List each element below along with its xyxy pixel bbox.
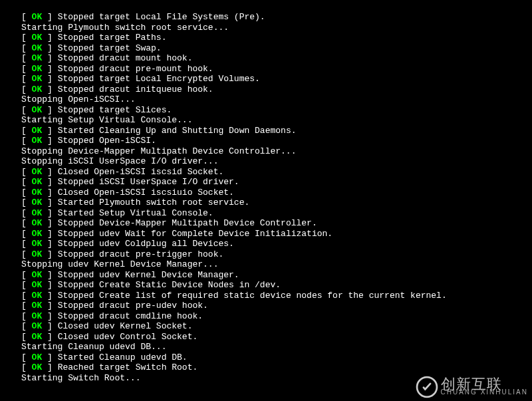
bracket-open: [: [21, 249, 32, 259]
console-line: Starting Cleanup udevd DB...: [21, 342, 532, 352]
log-message: Stopped dracut initqueue hook.: [58, 84, 213, 94]
console-line: [ OK ] Stopped dracut pre-udev hook.: [21, 301, 532, 311]
log-message: Stopping Device-Mapper Multipath Device …: [21, 146, 296, 156]
console-line: [ OK ] Stopped target Local Encrypted Vo…: [21, 74, 532, 84]
log-message: Stopping iSCSI UserSpace I/O driver...: [21, 156, 218, 166]
bracket-close: ]: [42, 33, 57, 43]
bracket-open: [: [21, 208, 32, 218]
bracket-open: [: [21, 362, 32, 372]
console-line: [ OK ] Started Plymouth switch root serv…: [21, 198, 532, 208]
console-line: [ OK ] Closed udev Kernel Socket.: [21, 321, 532, 332]
bracket-close: ]: [42, 198, 57, 207]
console-line: [ OK ] Stopped dracut pre-trigger hook.: [21, 249, 532, 260]
bracket-close: ]: [42, 167, 57, 177]
log-message: Reached target Switch Root.: [58, 362, 198, 372]
status-ok: OK: [32, 229, 43, 239]
log-message: Started Setup Virtual Console.: [58, 208, 213, 218]
console-line: [ OK ] Stopped udev Coldplug all Devices…: [21, 239, 532, 249]
log-message: Stopped target Swap.: [58, 43, 162, 53]
console-line: [ OK ] Stopped udev Kernel Device Manage…: [21, 270, 532, 281]
console-line: [ OK ] Stopped dracut pre-mount hook.: [21, 64, 532, 74]
status-ok: OK: [32, 188, 43, 198]
bracket-open: [: [21, 321, 32, 331]
status-ok: OK: [32, 208, 43, 218]
log-message: Closed udev Control Socket.: [58, 332, 198, 342]
log-message: Starting Setup Virtual Console...: [21, 115, 192, 125]
status-ok: OK: [32, 362, 43, 372]
console-line: [ OK ] Stopped Device-Mapper Multipath D…: [21, 218, 532, 229]
status-ok: OK: [32, 301, 43, 311]
bracket-close: ]: [42, 239, 57, 249]
log-message: Stopped dracut pre-trigger hook.: [58, 249, 224, 259]
log-message: Stopped Open-iSCSI.: [58, 136, 156, 146]
console-line: [ OK ] Started Cleaning Up and Shutting …: [21, 126, 532, 136]
log-message: Started Plymouth switch root service.: [58, 198, 250, 207]
bracket-open: [: [21, 74, 32, 84]
bracket-open: [: [21, 229, 32, 239]
watermark-icon: [416, 376, 438, 398]
console-line: [ OK ] Closed Open-iSCSI iscsid Socket.: [21, 167, 532, 178]
console-line: [ OK ] Stopped target Slices.: [21, 105, 532, 116]
bracket-close: ]: [42, 74, 57, 84]
status-ok: OK: [32, 64, 43, 74]
bracket-open: [: [21, 239, 32, 249]
log-message: Starting Cleanup udevd DB...: [21, 342, 166, 352]
console-line: [ OK ] Stopped Create Static Device Node…: [21, 280, 532, 291]
status-ok: OK: [32, 84, 43, 94]
bracket-open: [: [21, 270, 32, 280]
console-line: [ OK ] Started Cleanup udevd DB.: [21, 352, 532, 363]
bracket-close: ]: [42, 352, 57, 362]
bracket-close: ]: [42, 136, 57, 146]
status-ok: OK: [32, 291, 43, 301]
bracket-open: [: [21, 301, 32, 311]
bracket-close: ]: [42, 53, 57, 63]
bracket-close: ]: [42, 280, 57, 290]
status-ok: OK: [32, 198, 43, 207]
bracket-close: ]: [42, 208, 57, 218]
log-message: Starting Switch Root...: [21, 373, 140, 383]
bracket-close: ]: [42, 321, 57, 331]
console-line: [ OK ] Stopped target Swap.: [21, 43, 532, 54]
bracket-open: [: [21, 188, 32, 198]
log-message: Stopped udev Kernel Device Manager.: [58, 270, 239, 280]
console-line: [ OK ] Stopped target Paths.: [21, 33, 532, 43]
status-ok: OK: [32, 218, 43, 228]
bracket-open: [: [21, 177, 32, 187]
status-ok: OK: [32, 249, 43, 259]
console-line: Starting Setup Virtual Console...: [21, 115, 532, 126]
console-line: [ OK ] Closed Open-iSCSI iscsiuio Socket…: [21, 188, 532, 198]
bracket-close: ]: [42, 291, 57, 301]
status-ok: OK: [32, 136, 43, 146]
status-ok: OK: [32, 280, 43, 290]
console-line: [ OK ] Stopped Open-iSCSI.: [21, 136, 532, 146]
console-line: Stopping Open-iSCSI...: [21, 94, 532, 105]
status-ok: OK: [32, 239, 43, 249]
bracket-open: [: [21, 352, 32, 362]
bracket-close: ]: [42, 126, 57, 136]
bracket-open: [: [21, 136, 32, 146]
watermark: 创新互联 CHUANG XINHULIAN: [416, 376, 528, 398]
status-ok: OK: [32, 43, 43, 53]
log-message: Stopped dracut pre-mount hook.: [58, 64, 213, 74]
bracket-close: ]: [42, 188, 57, 198]
console-line: [ OK ] Stopped target Local File Systems…: [21, 12, 532, 23]
boot-console: [ OK ] Stopped target Local File Systems…: [0, 0, 532, 383]
bracket-open: [: [21, 311, 32, 321]
log-message: Started Cleaning Up and Shutting Down Da…: [58, 126, 297, 136]
log-message: Stopped dracut cmdline hook.: [58, 311, 203, 321]
bracket-open: [: [21, 43, 32, 53]
console-line: Starting Plymouth switch root service...: [21, 23, 532, 33]
log-message: Stopped Create list of required static d…: [58, 291, 447, 301]
log-message: Stopped Create Static Device Nodes in /d…: [58, 280, 281, 290]
log-message: Starting Plymouth switch root service...: [21, 23, 229, 33]
status-ok: OK: [32, 352, 43, 362]
console-line: [ OK ] Stopped dracut initqueue hook.: [21, 84, 532, 95]
log-message: Stopped target Paths.: [58, 33, 167, 43]
status-ok: OK: [32, 270, 43, 280]
log-message: Stopped iSCSI UserSpace I/O driver.: [58, 177, 239, 187]
log-message: Stopped target Local Encrypted Volumes.: [58, 74, 260, 84]
console-line: [ OK ] Stopped Create list of required s…: [21, 291, 532, 301]
bracket-open: [: [21, 64, 32, 74]
status-ok: OK: [32, 33, 43, 43]
console-line: Stopping Device-Mapper Multipath Device …: [21, 146, 532, 157]
